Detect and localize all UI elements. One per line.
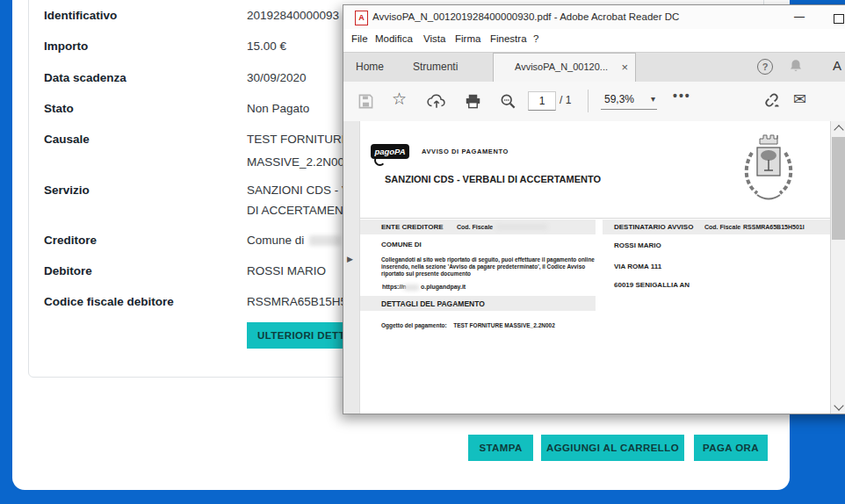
menu-finestra[interactable]: Finestra (490, 33, 527, 44)
field-label-servizio: Servizio (44, 184, 90, 197)
print-icon[interactable] (465, 93, 481, 110)
menu-bar: File Modifica Vista Firma Finestra ? (343, 29, 845, 52)
paga-ora-button[interactable]: PAGA ORA (694, 435, 768, 461)
ente-paragraph-line2: inserendo, nella sezione 'Avviso da paga… (381, 263, 585, 270)
scroll-up-icon[interactable] (834, 125, 843, 134)
menu-file[interactable]: File (351, 33, 368, 44)
nav-expand-icon[interactable]: ▶ (347, 255, 353, 263)
pdf-title: SANZIONI CDS - VERBALI DI ACCERTAMENTO (385, 174, 601, 184)
pdf-header-label: AVVISO DI PAGAMENTO (422, 148, 509, 155)
vertical-scrollbar[interactable] (830, 121, 845, 414)
chevron-down-icon[interactable]: ▾ (651, 94, 655, 104)
cloud-upload-icon[interactable] (427, 92, 446, 110)
field-label-debitore: Debitore (44, 264, 92, 277)
save-icon[interactable] (358, 93, 374, 110)
field-value-causale-line1: TEST FORNITURE (247, 133, 350, 146)
menu-help[interactable]: ? (533, 33, 538, 44)
field-label-codice-fiscale: Codice fiscale debitore (44, 295, 174, 308)
envelope-icon[interactable]: ✉ (793, 90, 806, 109)
star-icon[interactable]: ☆ (392, 89, 407, 109)
oggetto-line: Oggetto del pagamento: TEST FORNITURE MA… (381, 315, 555, 331)
dettagli-label: DETTAGLI DEL PAGAMENTO (381, 299, 485, 308)
destinatario-name: ROSSI MARIO (614, 241, 661, 249)
acrobat-reader-window: A AvvisoPA_N_001201928400000930.pdf - Ad… (343, 4, 845, 414)
zoom-level-value: 59,3% (604, 93, 634, 105)
minimize-button[interactable]: — (790, 11, 809, 25)
destinatario-bar: DESTINATARIO AVVISO Cod. Fiscale RSSMRA6… (603, 220, 830, 234)
ente-creditore-label: ENTE CREDITORE (381, 223, 444, 231)
navigation-pane-strip[interactable]: ▶ (343, 121, 360, 414)
menu-modifica[interactable]: Modifica (375, 33, 413, 44)
help-icon[interactable]: ? (757, 59, 773, 75)
ente-paragraph-line1: Collegandoti al sito web riportato di se… (381, 256, 595, 263)
aggiungi-al-carrello-button[interactable]: AGGIUNGI AL CARRELLO (541, 435, 684, 461)
window-title: AvvisoPA_N_001201928400000930.pdf - Adob… (372, 11, 679, 22)
destinatario-label: DESTINATARIO AVVISO (614, 223, 693, 231)
ente-cf-label: Cod. Fiscale (457, 224, 493, 230)
ente-name: COMUNE DI (381, 241, 422, 248)
tab-strumenti[interactable]: Strumenti (413, 61, 458, 73)
tab-document-title: AvvisoPA_N_00120... (515, 61, 608, 72)
zoom-level-control[interactable]: 59,3% ▾ (601, 91, 657, 110)
more-options-icon[interactable]: ••• (673, 89, 691, 103)
municipal-coat-of-arms (738, 128, 799, 212)
search-zoom-icon[interactable] (500, 93, 516, 110)
ente-creditore-bar: ENTE CREDITORE Cod. Fiscale (360, 220, 596, 234)
screen: { "colors": {"accent_blue": "#0A66CC", "… (0, 0, 845, 504)
field-value-creditore: Comune di (247, 234, 304, 247)
pdf-header-divider (360, 218, 830, 219)
oggetto-label: Oggetto del pagamento: (381, 322, 447, 328)
document-viewer: ▶ pagoPA AVVISO DI PAGAMENTO SANZIONI CD… (343, 121, 845, 414)
payment-url-redacted (404, 284, 419, 291)
pdf-app-icon: A (355, 11, 368, 25)
field-label-stato: Stato (44, 102, 74, 115)
oggetto-value: TEST FORNITURE MASSIVE_2.2N002 (453, 322, 555, 328)
tab-home[interactable]: Home (356, 61, 384, 73)
pdf-page: pagoPA AVVISO DI PAGAMENTO SANZIONI CDS … (360, 121, 830, 414)
tab-document[interactable]: AvvisoPA_N_00120... × (493, 53, 636, 82)
pagopa-logo-tail (374, 155, 386, 166)
field-label-importo: Importo (44, 40, 88, 53)
field-label-data-scadenza: Data scadenza (44, 71, 126, 84)
field-value-stato: Non Pagato (247, 102, 309, 115)
toolbar-divider (588, 90, 589, 112)
account-label[interactable]: A (833, 58, 841, 73)
field-label-creditore: Creditore (44, 234, 97, 247)
scroll-down-icon[interactable] (834, 400, 843, 410)
destinatario-city: 60019 SENIGALLIA AN (614, 281, 690, 289)
ente-cf-redacted (496, 224, 547, 230)
payment-url-suffix: o.plugandpay.it (421, 284, 466, 290)
destinatario-address: VIA ROMA 111 (614, 263, 661, 270)
creditore-redacted-text (309, 235, 341, 246)
page-number-input[interactable]: 1 (528, 91, 556, 111)
maximize-button[interactable] (834, 14, 844, 24)
ente-paragraph-line3: riportato sul presente documento (381, 270, 471, 277)
menu-firma[interactable]: Firma (455, 33, 480, 44)
destinatario-cf-label: Cod. Fiscale (704, 224, 740, 230)
toolbar: ☆ 1 / 1 59,3% ▾ ••• ✉ (343, 82, 845, 122)
destinatario-cf-value: RSSMRA65B15H501I (743, 224, 805, 230)
tab-bar: Home Strumenti AvvisoPA_N_00120... × ? A (343, 52, 845, 83)
field-label-identificativo: Identificativo (44, 9, 117, 22)
field-value-identificativo: 20192840000093 (247, 9, 339, 22)
field-value-data-scadenza: 30/09/2020 (247, 71, 307, 84)
tab-close-icon[interactable]: × (621, 61, 628, 74)
field-value-debitore: ROSSI MARIO (247, 264, 326, 277)
payment-url-prefix: https://n (382, 284, 407, 290)
page-total-label: / 1 (560, 94, 571, 106)
field-value-causale-line2: MASSIVE_2.2N002 (247, 155, 351, 169)
stampa-button[interactable]: STAMPA (468, 435, 533, 461)
field-label-causale: Causale (44, 133, 90, 146)
field-value-importo: 15.00 € (247, 40, 286, 53)
menu-vista[interactable]: Vista (423, 33, 445, 44)
scrollbar-thumb[interactable] (832, 137, 845, 240)
window-titlebar[interactable]: A AvvisoPA_N_001201928400000930.pdf - Ad… (343, 5, 845, 29)
dettagli-bar: DETTAGLI DEL PAGAMENTO (360, 296, 596, 311)
share-link-icon[interactable] (762, 91, 781, 109)
bell-icon[interactable] (788, 58, 804, 74)
